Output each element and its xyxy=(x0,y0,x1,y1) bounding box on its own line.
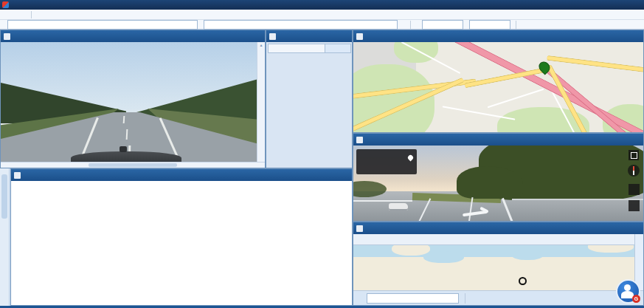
geometria-header-pk xyxy=(269,44,325,53)
chart-panel-icon xyxy=(14,172,21,179)
support-bubble-icon[interactable]: G xyxy=(616,279,640,304)
green-area xyxy=(394,42,438,63)
panel-geometria xyxy=(266,30,353,168)
minor-road xyxy=(443,106,516,120)
menubar xyxy=(0,10,644,20)
sv-zoom-in-button[interactable] xyxy=(629,184,640,195)
sv-guardrail xyxy=(512,199,643,200)
application-window: ▴ xyxy=(0,0,644,308)
cartografia-titlebar[interactable] xyxy=(353,222,643,234)
map-panel-icon xyxy=(356,33,363,40)
cartografia-map-canvas[interactable] xyxy=(353,245,636,292)
current-position-marker xyxy=(519,277,527,285)
cartografia-statusbar xyxy=(353,290,643,305)
imagenes-titlebar[interactable] xyxy=(1,30,265,42)
pk-input[interactable] xyxy=(422,20,463,30)
escala-input[interactable] xyxy=(367,293,459,304)
camera-panel-icon xyxy=(4,33,10,40)
sv-location-card xyxy=(356,149,417,174)
google-map-canvas[interactable] xyxy=(353,42,643,132)
tramo-select[interactable] xyxy=(204,20,398,30)
imagenes-vertical-scrollbar[interactable]: ▴ xyxy=(257,42,265,163)
geometria-header-year xyxy=(325,44,351,53)
panel-google-street xyxy=(353,133,644,222)
road-ac215 xyxy=(547,55,643,72)
gmaps-titlebar[interactable] xyxy=(353,30,643,42)
panel-graficos xyxy=(10,168,353,306)
table-panel-icon xyxy=(269,33,276,40)
main-toolbar xyxy=(0,20,644,30)
gstreet-titlebar[interactable] xyxy=(353,134,643,146)
app-titlebar xyxy=(0,0,644,10)
bay xyxy=(512,250,543,260)
bay xyxy=(423,251,464,263)
sv-guardrail xyxy=(353,200,412,202)
street-panel-icon xyxy=(356,137,363,143)
panel-google-maps xyxy=(353,30,644,133)
imagenes-horizontal-scrollbar[interactable] xyxy=(1,162,265,168)
panel-cartografia: G xyxy=(353,222,644,306)
road-photo[interactable] xyxy=(1,42,258,163)
cartografia-toolbar xyxy=(353,234,643,245)
carto-panel-icon xyxy=(356,225,363,232)
geometria-table xyxy=(268,44,351,53)
graficos-left-scrollbar[interactable] xyxy=(0,168,10,306)
graficos-titlebar[interactable] xyxy=(11,169,352,181)
fullscreen-icon[interactable] xyxy=(629,150,639,160)
do-input[interactable] xyxy=(469,20,510,30)
panel-imagenes: ▴ xyxy=(0,30,266,168)
minor-road xyxy=(488,89,544,109)
carretera-select[interactable] xyxy=(7,20,198,30)
sv-trees xyxy=(457,166,523,199)
sv-zoom-out-button[interactable] xyxy=(629,200,640,211)
sv-car xyxy=(389,203,408,211)
charts-area[interactable] xyxy=(11,182,352,305)
street-view-canvas[interactable] xyxy=(353,146,643,221)
pin-icon xyxy=(407,154,415,162)
geometria-titlebar[interactable] xyxy=(266,30,352,42)
compass-icon[interactable] xyxy=(628,165,640,177)
app-icon xyxy=(2,1,9,8)
